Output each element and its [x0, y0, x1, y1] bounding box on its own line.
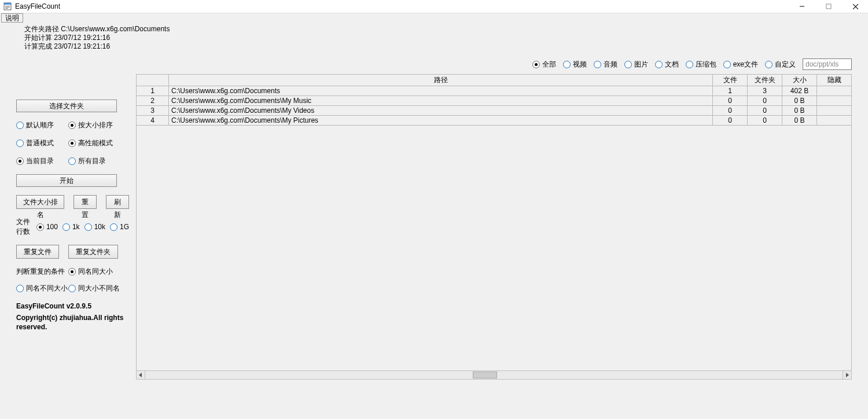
svg-rect-3: [5, 7, 10, 8]
rowcount-group: 文件行数 100 1k 10k 1G: [16, 217, 129, 237]
mode-normal-radio[interactable]: 普通模式: [16, 138, 68, 148]
start-time: 23/07/12 19:21:16: [54, 34, 110, 42]
scroll-left-icon[interactable]: [137, 371, 145, 379]
titlebar: EasyFileCount: [0, 0, 868, 13]
app-icon: [3, 2, 12, 10]
refresh-button[interactable]: 刷新: [106, 195, 129, 209]
dup-files-button[interactable]: 重复文件: [16, 245, 59, 259]
cell-index: 3: [137, 106, 169, 116]
cell-index: 1: [137, 86, 169, 96]
rowcount-1k[interactable]: 1k: [62, 223, 80, 231]
cell-path: C:\Users\www.x6g.com\Documents: [169, 86, 713, 96]
cell-folders: 0: [748, 96, 782, 106]
col-size[interactable]: 大小: [782, 75, 817, 86]
svg-rect-1: [4, 3, 11, 5]
cell-size: 402 B: [782, 86, 817, 96]
dup-same-name-diff-size[interactable]: 同名不同大小: [16, 284, 68, 293]
table-blank-area: [136, 126, 852, 372]
info-block: 文件夹路径 C:\Users\www.x6g.com\Documents 开始计…: [0, 24, 868, 51]
start-label: 开始计算: [24, 34, 52, 42]
dir-all-radio[interactable]: 所有目录: [68, 156, 126, 166]
svg-marker-10: [846, 373, 849, 377]
col-hidden[interactable]: 隐藏: [817, 75, 852, 86]
cell-folders: 0: [748, 116, 782, 126]
cell-size: 0 B: [782, 106, 817, 116]
version-text: EasyFileCount v2.0.9.5: [16, 302, 129, 311]
cell-size: 0 B: [782, 96, 817, 106]
menu-help[interactable]: 说明: [1, 13, 23, 23]
dup-same-size-diff-name[interactable]: 同大小不同名: [68, 284, 126, 293]
svg-rect-6: [826, 4, 831, 9]
cell-folders: 3: [748, 86, 782, 96]
filter-image[interactable]: 图片: [624, 60, 648, 69]
filter-document[interactable]: 文档: [655, 60, 679, 69]
table-row[interactable]: 2C:\Users\www.x6g.com\Documents\My Music…: [137, 96, 852, 106]
path-value: C:\Users\www.x6g.com\Documents: [61, 25, 170, 33]
maximize-button[interactable]: [821, 2, 837, 11]
horizontal-scrollbar[interactable]: [136, 370, 852, 380]
minimize-button[interactable]: [794, 2, 810, 11]
cell-path: C:\Users\www.x6g.com\Documents\My Music: [169, 96, 713, 106]
reset-button[interactable]: 重置: [73, 195, 97, 209]
col-index[interactable]: [137, 75, 169, 86]
dup-folders-button[interactable]: 重复文件夹: [68, 245, 118, 259]
filter-custom-input[interactable]: [803, 58, 852, 70]
table-row[interactable]: 3C:\Users\www.x6g.com\Documents\My Video…: [137, 106, 852, 116]
sort-default-radio[interactable]: 默认顺序: [16, 120, 68, 130]
col-files[interactable]: 文件: [713, 75, 748, 86]
sort-size-radio[interactable]: 按大小排序: [68, 120, 126, 130]
scroll-right-icon[interactable]: [843, 371, 851, 379]
rowcount-100[interactable]: 100: [36, 223, 58, 231]
filter-exe[interactable]: exe文件: [723, 60, 758, 69]
filter-row: 全部 视频 音频 图片 文档 压缩包 exe文件 自定义: [532, 58, 852, 71]
choose-folder-button[interactable]: 选择文件夹: [16, 100, 117, 112]
cell-files: 0: [713, 106, 748, 116]
col-path[interactable]: 路径: [169, 75, 713, 86]
svg-marker-9: [139, 373, 142, 377]
table-row[interactable]: 1C:\Users\www.x6g.com\Documents13402 B: [137, 86, 852, 96]
close-button[interactable]: [847, 2, 863, 11]
done-time: 23/07/12 19:21:16: [54, 42, 110, 50]
col-folders[interactable]: 文件夹: [748, 75, 782, 86]
main-table-area: 路径 文件 文件夹 大小 隐藏 1C:\Users\www.x6g.com\Do…: [136, 74, 852, 380]
cell-folders: 0: [748, 106, 782, 116]
window-buttons: [794, 2, 865, 11]
filter-audio[interactable]: 音频: [594, 60, 617, 69]
cell-hidden: [817, 86, 852, 96]
copyright-text: Copyright(c) zhujiahua.All rights reserv…: [16, 313, 129, 332]
dup-same-name-size[interactable]: 同名同大小: [68, 267, 126, 277]
done-label: 计算完成: [24, 42, 52, 50]
cell-files: 0: [713, 96, 748, 106]
window-title: EasyFileCount: [15, 2, 60, 10]
results-table: 路径 文件 文件夹 大小 隐藏 1C:\Users\www.x6g.com\Do…: [136, 74, 852, 126]
filter-archive[interactable]: 压缩包: [686, 60, 716, 69]
filter-custom[interactable]: 自定义: [765, 60, 796, 69]
cell-index: 4: [137, 116, 169, 126]
menu-bar: 说明: [0, 13, 868, 24]
path-label: 文件夹路径: [24, 25, 59, 33]
cell-path: C:\Users\www.x6g.com\Documents\My Pictur…: [169, 116, 713, 126]
scroll-track[interactable]: [145, 371, 843, 379]
filesize-rank-button[interactable]: 文件大小排名: [16, 195, 64, 209]
cell-path: C:\Users\www.x6g.com\Documents\My Videos: [169, 106, 713, 116]
rowcount-10k[interactable]: 10k: [84, 223, 105, 231]
filter-all[interactable]: 全部: [532, 60, 556, 69]
dir-current-radio[interactable]: 当前目录: [16, 156, 68, 166]
sidebar: 选择文件夹 默认顺序 按大小排序 普通模式 高性能模式 当前目录 所有目录 开始…: [16, 100, 129, 332]
filter-video[interactable]: 视频: [563, 60, 587, 69]
scroll-thumb[interactable]: [473, 372, 497, 378]
svg-rect-2: [5, 6, 10, 6]
cell-hidden: [817, 116, 852, 126]
dup-cond-label: 判断重复的条件: [16, 267, 68, 277]
table-row[interactable]: 4C:\Users\www.x6g.com\Documents\My Pictu…: [137, 116, 852, 126]
start-button[interactable]: 开始: [16, 174, 117, 187]
cell-files: 0: [713, 116, 748, 126]
cell-hidden: [817, 96, 852, 106]
mode-perf-radio[interactable]: 高性能模式: [68, 138, 126, 148]
cell-files: 1: [713, 86, 748, 96]
cell-index: 2: [137, 96, 169, 106]
rowcount-label: 文件行数: [16, 217, 32, 237]
svg-rect-4: [5, 8, 8, 9]
cell-size: 0 B: [782, 116, 817, 126]
rowcount-1g[interactable]: 1G: [110, 223, 129, 231]
